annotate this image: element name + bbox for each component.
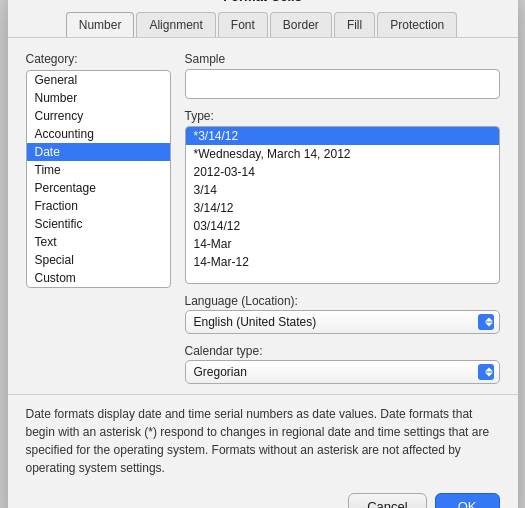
language-label: Language (Location): [185,294,500,308]
description-text: Date formats display date and time seria… [8,394,518,485]
footer: Cancel OK [8,485,518,509]
ok-button[interactable]: OK [435,493,500,509]
tab-bar: Number Alignment Font Border Fill Protec… [8,12,518,38]
language-select[interactable]: English (United States)English (UK)Frenc… [185,310,500,334]
tab-number[interactable]: Number [66,12,135,37]
sample-label: Sample [185,52,500,66]
category-item-custom[interactable]: Custom [27,269,170,287]
calendar-section: Calendar type: GregorianBuddhistJapanese… [185,344,500,384]
type-item-2[interactable]: 2012-03-14 [186,163,499,181]
language-select-wrapper: English (United States)English (UK)Frenc… [185,310,500,334]
type-item-1[interactable]: *Wednesday, March 14, 2012 [186,145,499,163]
main-content: Category: General Number Currency Accoun… [8,38,518,394]
type-list[interactable]: *3/14/12 *Wednesday, March 14, 2012 2012… [185,126,500,284]
category-label: Category: [26,52,171,66]
category-item-general[interactable]: General [27,71,170,89]
dialog-title: Format Cells [8,0,518,12]
category-panel: Category: General Number Currency Accoun… [26,52,171,384]
calendar-select[interactable]: GregorianBuddhistJapaneseHebrewPersian [185,360,500,384]
tab-alignment[interactable]: Alignment [136,12,215,37]
category-item-accounting[interactable]: Accounting [27,125,170,143]
right-panel: Sample Type: *3/14/12 *Wednesday, March … [185,52,500,384]
sample-section: Sample [185,52,500,99]
tab-fill[interactable]: Fill [334,12,375,37]
type-item-7[interactable]: 14-Mar-12 [186,253,499,271]
category-item-time[interactable]: Time [27,161,170,179]
tab-protection[interactable]: Protection [377,12,457,37]
type-item-4[interactable]: 3/14/12 [186,199,499,217]
format-cells-dialog: Format Cells Number Alignment Font Borde… [8,0,518,508]
tab-border[interactable]: Border [270,12,332,37]
category-list: General Number Currency Accounting Date … [26,70,171,288]
type-section: Type: *3/14/12 *Wednesday, March 14, 201… [185,109,500,284]
category-item-special[interactable]: Special [27,251,170,269]
calendar-select-wrapper: GregorianBuddhistJapaneseHebrewPersian [185,360,500,384]
category-item-percentage[interactable]: Percentage [27,179,170,197]
category-item-scientific[interactable]: Scientific [27,215,170,233]
type-item-0[interactable]: *3/14/12 [186,127,499,145]
category-item-number[interactable]: Number [27,89,170,107]
type-label: Type: [185,109,500,123]
cancel-button[interactable]: Cancel [348,493,426,509]
category-item-currency[interactable]: Currency [27,107,170,125]
category-item-date[interactable]: Date [27,143,170,161]
category-item-fraction[interactable]: Fraction [27,197,170,215]
category-item-text[interactable]: Text [27,233,170,251]
sample-box [185,69,500,99]
language-section: Language (Location): English (United Sta… [185,294,500,334]
type-item-6[interactable]: 14-Mar [186,235,499,253]
type-item-3[interactable]: 3/14 [186,181,499,199]
tab-font[interactable]: Font [218,12,268,37]
calendar-label: Calendar type: [185,344,500,358]
type-item-5[interactable]: 03/14/12 [186,217,499,235]
